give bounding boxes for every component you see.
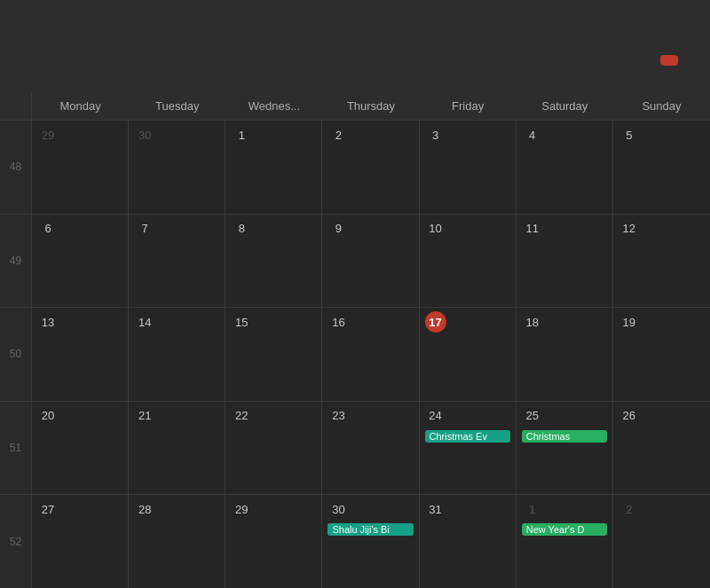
day-number: 5 xyxy=(619,124,640,145)
day-cell[interactable]: 11 xyxy=(517,215,613,308)
day-number: 22 xyxy=(231,405,252,427)
weeks-container: 4829301234549678910111250131415161718195… xyxy=(0,121,710,588)
calendar-event[interactable]: Christmas Ev xyxy=(425,430,510,443)
day-number: 11 xyxy=(522,218,543,239)
day-number: 17 xyxy=(425,311,446,333)
day-cell[interactable]: 23 xyxy=(322,402,419,495)
day-cell[interactable]: 10 xyxy=(420,215,517,308)
day-cell[interactable]: 14 xyxy=(129,308,225,401)
day-cell[interactable]: 9 xyxy=(322,215,419,308)
day-cell[interactable]: 30 xyxy=(129,121,225,214)
day-cell[interactable]: 2 xyxy=(322,121,419,214)
add-event-button[interactable] xyxy=(618,55,635,66)
day-header-wednes: Wednes... xyxy=(225,92,322,120)
calendar-event[interactable]: Shalu Jiji's Bi xyxy=(327,523,413,536)
next-month-button[interactable] xyxy=(25,57,36,64)
calendar-header xyxy=(0,28,710,92)
day-cell[interactable]: 18 xyxy=(517,308,613,401)
week-row: 512021222324Christmas Ev25Christmas26 xyxy=(0,402,710,496)
day-number: 29 xyxy=(37,124,59,145)
day-number: 19 xyxy=(619,311,640,333)
day-cell[interactable]: 24Christmas Ev xyxy=(420,402,517,495)
day-cell[interactable]: 1 xyxy=(225,121,322,214)
todo-button[interactable] xyxy=(639,55,657,66)
day-cell[interactable]: 27 xyxy=(32,495,129,588)
week-row: 496789101112 xyxy=(0,215,710,309)
day-number: 6 xyxy=(37,218,59,239)
week-number: 48 xyxy=(0,121,32,214)
day-cell[interactable]: 30Shalu Jiji's Bi xyxy=(322,495,419,588)
day-cell[interactable]: 7 xyxy=(129,215,225,308)
day-cell[interactable]: 31 xyxy=(420,495,517,588)
day-cell[interactable]: 29 xyxy=(32,121,129,214)
day-number: 18 xyxy=(522,311,543,333)
day-cell[interactable]: 1New Year's D xyxy=(517,495,613,588)
day-cell[interactable]: 13 xyxy=(32,308,129,401)
day-header-sunday: Sunday xyxy=(613,92,710,120)
day-cell[interactable]: 6 xyxy=(32,215,129,308)
day-cell[interactable]: 21 xyxy=(129,402,225,495)
week-row: 48293012345 xyxy=(0,121,710,215)
day-number: 28 xyxy=(134,498,155,520)
day-header-monday: Monday xyxy=(32,92,129,120)
day-number: 13 xyxy=(37,311,59,333)
day-number: 7 xyxy=(134,218,155,239)
maximize-button[interactable] xyxy=(667,12,678,16)
week-row: 5013141516171819 xyxy=(0,308,710,402)
day-cell[interactable]: 4 xyxy=(517,121,613,214)
day-number: 3 xyxy=(425,124,446,145)
day-number: 2 xyxy=(619,498,640,520)
day-number: 15 xyxy=(231,311,252,333)
day-number: 14 xyxy=(134,311,155,333)
day-cell[interactable]: 20 xyxy=(32,402,129,495)
day-number: 30 xyxy=(134,124,155,145)
day-number: 27 xyxy=(37,498,59,520)
day-cell[interactable]: 5 xyxy=(613,121,710,214)
day-cell[interactable]: 12 xyxy=(613,215,710,308)
filter-button[interactable] xyxy=(660,55,678,66)
day-cell[interactable]: 19 xyxy=(613,308,710,401)
week-number: 52 xyxy=(0,495,32,588)
week-num-header xyxy=(0,92,32,120)
minimize-button[interactable] xyxy=(643,12,653,16)
day-cell[interactable]: 17 xyxy=(420,308,517,401)
day-cell[interactable]: 29 xyxy=(225,495,322,588)
day-cell[interactable]: 15 xyxy=(225,308,322,401)
day-number: 20 xyxy=(37,405,59,427)
day-number: 10 xyxy=(425,218,446,239)
day-number: 21 xyxy=(134,405,155,427)
day-number: 9 xyxy=(327,218,349,239)
calendar-grid: MondayTuesdayWednes...ThursdayFridaySatu… xyxy=(0,92,710,588)
day-number: 2 xyxy=(327,124,349,145)
day-number: 4 xyxy=(522,124,543,145)
day-cell[interactable]: 22 xyxy=(225,402,322,495)
day-number: 24 xyxy=(425,405,446,427)
day-number: 16 xyxy=(327,311,349,333)
day-cell[interactable]: 26 xyxy=(613,402,710,495)
week-number: 51 xyxy=(0,402,32,495)
week-row: 5227282930Shalu Jiji's Bi311New Year's D… xyxy=(0,495,710,588)
day-cell[interactable]: 3 xyxy=(420,121,517,214)
day-cell[interactable]: 25Christmas xyxy=(517,402,613,495)
week-number: 50 xyxy=(0,308,32,401)
day-header-tuesday: Tuesday xyxy=(129,92,225,120)
day-number: 12 xyxy=(619,218,640,239)
day-cell[interactable]: 2 xyxy=(613,495,710,588)
day-header-thursday: Thursday xyxy=(322,92,419,120)
day-cell[interactable]: 8 xyxy=(225,215,322,308)
day-header-friday: Friday xyxy=(420,92,517,120)
calendar-event[interactable]: Christmas xyxy=(522,430,607,443)
day-number: 26 xyxy=(619,405,640,427)
calendar-event[interactable]: New Year's D xyxy=(522,523,607,536)
day-number: 8 xyxy=(231,218,252,239)
title-bar xyxy=(0,0,710,28)
day-number: 31 xyxy=(425,498,446,520)
prev-month-button[interactable] xyxy=(11,57,21,64)
day-cell[interactable]: 16 xyxy=(322,308,419,401)
day-number: 1 xyxy=(522,498,543,520)
menu-button[interactable] xyxy=(682,55,699,66)
day-cell[interactable]: 28 xyxy=(129,495,225,588)
day-headers-row: MondayTuesdayWednes...ThursdayFridaySatu… xyxy=(0,92,710,121)
close-button[interactable] xyxy=(692,12,703,16)
day-header-saturday: Saturday xyxy=(517,92,613,120)
